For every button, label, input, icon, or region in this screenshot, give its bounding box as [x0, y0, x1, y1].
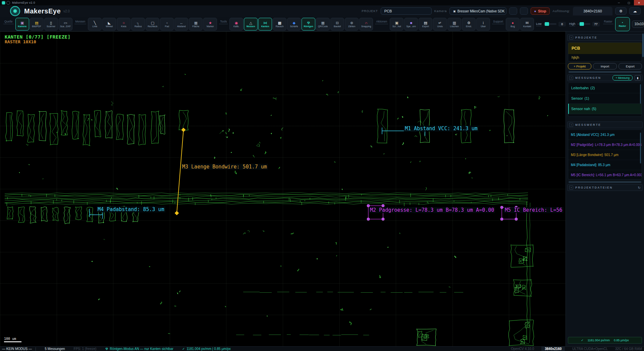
measurement-label-m1[interactable]: M1 Abstand VCC: 241.3 um	[404, 126, 479, 132]
project-item-pcb[interactable]: PCB	[568, 43, 642, 54]
tool-qr-code-button[interactable]: ▦QR/Code	[316, 18, 330, 31]
sidebar-scrollbar-thumb[interactable]	[642, 34, 644, 57]
tool-kalib-button[interactable]: ◉Kalib.	[229, 18, 243, 31]
tool-spe-ern-button[interactable]: ■Spe...ern	[404, 18, 418, 31]
tool-bauteil-button[interactable]: ⊟Bauteil	[330, 18, 344, 31]
horizontal-scrollbar[interactable]	[569, 71, 641, 73]
stop-button[interactable]: ■ Stop	[531, 7, 550, 15]
camera-option-button-1[interactable]	[509, 7, 517, 15]
tool-button-label: Abstand	[177, 25, 186, 28]
tool-einst-button[interactable]: ⚙Einst.	[462, 18, 476, 31]
measurement-handle[interactable]	[500, 206, 503, 209]
check-icon: ✓	[581, 339, 584, 342]
tool-l-schen-button[interactable]: ▥Löschen	[447, 18, 461, 31]
messung-item-leiterbahn[interactable]: Leiterbahn(2)	[568, 83, 642, 93]
tool-kanten-button[interactable]: ⋈Kanten	[258, 18, 272, 31]
horizontal-scrollbar[interactable]	[569, 181, 641, 183]
tool-winkel-button[interactable]: ◣Winkel	[102, 18, 116, 31]
measurement-handle[interactable]	[515, 218, 518, 220]
messwert-row-m4[interactable]: M4 [Padabstand]: 85.3 µm	[568, 160, 642, 170]
project-item-hjkjh[interactable]: hjkjh	[568, 54, 642, 61]
maximize-button[interactable]: ▢	[624, 0, 634, 5]
high-slider-thumb[interactable]	[580, 22, 584, 26]
tool-radius-button[interactable]: ┐Radius	[131, 18, 145, 31]
tool-sca-dxf-button[interactable]: ▭Sca...DXF	[59, 18, 72, 31]
tool-abstand-button[interactable]: ↔Abstand	[174, 18, 188, 31]
settings-button[interactable]: ⚙	[615, 7, 627, 15]
tool-fl-che-button[interactable]: ▦Fläche	[189, 18, 203, 31]
tool-scr-hot-button[interactable]: ▣Scr...hot	[390, 18, 404, 31]
image-canvas[interactable]: KANTEN [0/77] [FREEZE] RASTER 10X10 100 …	[0, 32, 566, 346]
tool-pad-button[interactable]: ▫Pad	[160, 18, 174, 31]
tool-z-hlen-button[interactable]: ⊕Zählen	[345, 18, 359, 31]
tool-rausch-button[interactable]: ▩Rausch	[273, 18, 286, 31]
camera-option-button-2[interactable]	[520, 7, 528, 15]
tool-rechteck-button[interactable]: ▢Rechteck	[146, 18, 159, 31]
section-header-messwerte[interactable]: ▪ MESSWERTE	[567, 121, 643, 128]
add-messung-button[interactable]: + Messung	[612, 75, 633, 81]
messwert-row-m2[interactable]: M2 [Padgröße]: L=78.3 µm B=78.3 µm A=0.0…	[568, 140, 642, 150]
camera-select[interactable]: ▣ Bresser MikroCam (Native SDK	[449, 7, 506, 15]
measurement-handle[interactable]	[382, 218, 384, 220]
tool-linie-button[interactable]: ╲Linie	[88, 18, 102, 31]
raster-size-input[interactable]: 10x10	[632, 20, 644, 28]
raster-toggle-button[interactable]: ▪Raster	[615, 17, 630, 31]
tool-kontakt-button[interactable]: ✉Kontakt	[520, 18, 534, 31]
pin-button[interactable]: ▮	[635, 75, 641, 81]
low-threshold-slider[interactable]	[544, 23, 556, 25]
tool-marker-button[interactable]: ★Marker	[203, 18, 217, 31]
collapse-icon[interactable]: ▪	[569, 36, 573, 40]
section-header-projektdateien[interactable]: ▪ PROJEKTDATEIEN ↻	[567, 184, 643, 191]
tool-messen-button[interactable]: △Messen	[244, 18, 258, 31]
project-input[interactable]: PCB	[381, 7, 432, 15]
measurement-handle[interactable]	[500, 218, 503, 220]
tool-snapping-button[interactable]: ∩Snapping	[359, 18, 373, 31]
tool-scanner-button[interactable]: ▯Scanner	[44, 18, 58, 31]
tool-export-button[interactable]: ▤Export	[419, 18, 432, 31]
messwert-row-m5[interactable]: M5 [IC Bereich]: L=56.1 µm B=63.7 µm A=0…	[568, 170, 642, 180]
section-header-projekte[interactable]: ▪ PROJEKTE	[567, 34, 643, 41]
tool-bug-button[interactable]: ●Bug	[506, 18, 520, 31]
minimize-button[interactable]: ─	[614, 0, 624, 5]
measurement-handle[interactable]	[367, 218, 370, 220]
cloud-button[interactable]: ☁	[629, 7, 641, 15]
tool-undo-button[interactable]: ↵Undo	[433, 18, 447, 31]
export-button[interactable]: Export	[619, 63, 642, 69]
tool-button-label: Bauteil	[334, 25, 341, 28]
measurement-label-m2[interactable]: M2 Padgroesse: L=78.3 um B=78.3 um A=0.0…	[369, 207, 495, 213]
messung-item-sensor-nah[interactable]: Sensor nah(5)	[568, 104, 642, 114]
measurement-handle[interactable]	[367, 204, 370, 207]
messwert-row-m3[interactable]: M3 [Länge Bondwire]: 501.7 µm	[568, 150, 642, 160]
tool-r-ntgen-button[interactable]: ☢Röntgen	[302, 18, 315, 31]
tool-kamera-button[interactable]: ▣Kamera	[15, 18, 29, 31]
tool-sch-rfe-button[interactable]: ◆Schärfe	[287, 18, 301, 31]
collapse-icon[interactable]: ▪	[569, 76, 573, 80]
messungen-scrollbar-thumb[interactable]	[640, 84, 641, 104]
tool-ber-button[interactable]: iÜber	[476, 18, 490, 31]
section-header-messungen[interactable]: ▪ MESSUNGEN + Messung ▮	[567, 74, 643, 81]
messwerte-scrollbar-thumb[interactable]	[640, 133, 641, 163]
refresh-icon[interactable]: ↻	[638, 186, 641, 190]
import-button[interactable]: Import	[593, 63, 616, 69]
tool-bild-pdf-button[interactable]: ▤Bild/PDF	[30, 18, 44, 31]
edge-overlay	[0, 32, 566, 346]
add-project-button[interactable]: + Projekt	[568, 63, 591, 69]
statusbar: — KEIN MODUS —|5 MessungenFPS: 1 (freeze…	[0, 346, 644, 351]
measurement-handle[interactable]	[382, 204, 384, 207]
close-button[interactable]: ✕	[634, 0, 644, 5]
measurement-label-m3[interactable]: M3 Laenge Bondwire: 501.7 um	[181, 164, 268, 170]
high-threshold-slider[interactable]	[577, 23, 590, 25]
tool-button-label: Röntgen	[304, 25, 313, 28]
camera-value: Bresser MikroCam (Native SDK	[458, 9, 505, 13]
resolution-select[interactable]: 3840×2160	[573, 7, 612, 15]
collapse-icon[interactable]: ▪	[569, 123, 573, 127]
toolbar-group-label-raster: Raster	[603, 19, 613, 24]
messung-item-sensor[interactable]: Sensor(1)	[568, 93, 642, 104]
messwert-row-m1[interactable]: M1 [Abstand VCC]: 241.3 µm	[568, 130, 642, 140]
measurement-label-m5[interactable]: M5 IC Bereich: L=56	[504, 207, 564, 213]
low-slider-thumb[interactable]	[545, 22, 549, 26]
tool-kreis-button[interactable]: ○Kreis	[117, 18, 130, 31]
measurement-label-m4[interactable]: M4 Padabstand: 85.3 um	[97, 206, 165, 212]
collapse-icon[interactable]: ▪	[569, 186, 573, 190]
mail-envelope-icon: ✉	[526, 21, 529, 25]
